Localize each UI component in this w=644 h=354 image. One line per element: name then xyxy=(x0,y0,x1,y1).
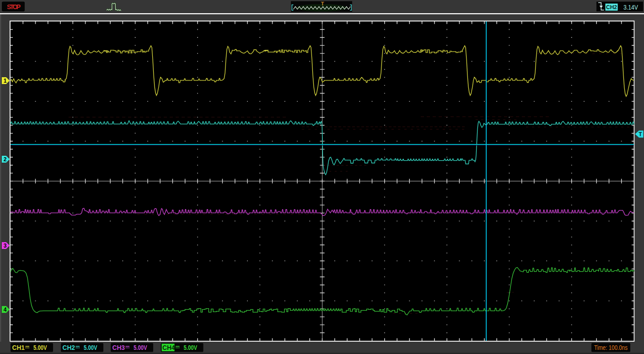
svg-text:CH1: CH1 xyxy=(12,344,25,351)
svg-text:3: 3 xyxy=(4,243,7,249)
svg-text:Time: 100.0ns: Time: 100.0ns xyxy=(594,344,628,351)
svg-text:T: T xyxy=(639,131,642,137)
svg-text:5.00V: 5.00V xyxy=(33,344,47,351)
svg-text:5.00V: 5.00V xyxy=(84,344,97,351)
svg-text:5.00V: 5.00V xyxy=(134,344,147,351)
svg-text:T: T xyxy=(321,1,324,6)
svg-text:3.14V: 3.14V xyxy=(623,3,638,11)
svg-text:1: 1 xyxy=(4,78,7,84)
svg-text:CH4: CH4 xyxy=(162,344,175,351)
svg-text:CH2: CH2 xyxy=(606,4,617,11)
svg-text:5.00V: 5.00V xyxy=(184,344,198,351)
svg-text:4: 4 xyxy=(4,306,7,313)
svg-text:CH3: CH3 xyxy=(113,344,125,351)
svg-text:CH2: CH2 xyxy=(63,344,75,351)
svg-text:STOP: STOP xyxy=(7,3,21,11)
svg-text:2: 2 xyxy=(4,156,7,163)
